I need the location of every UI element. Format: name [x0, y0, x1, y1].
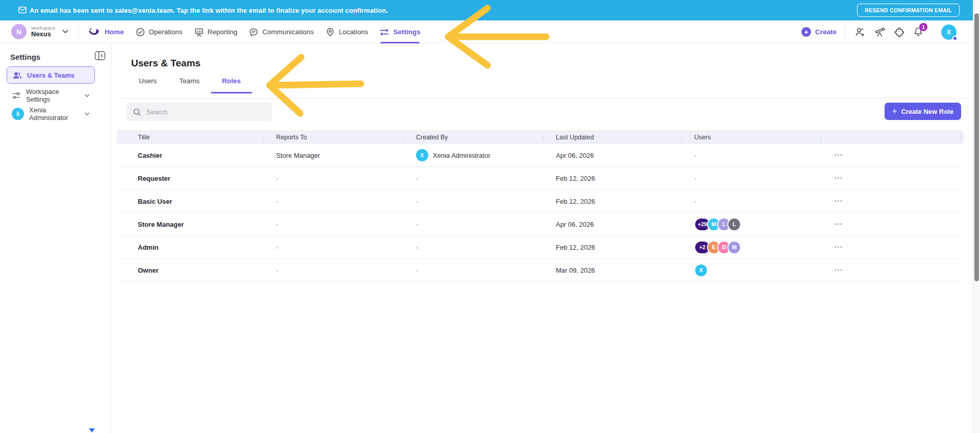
xenia-logo-icon — [88, 27, 101, 37]
table-row[interactable]: Store Manager--Apr 06, 2026+29MLL••• — [116, 213, 964, 236]
created-by-value: - — [416, 198, 418, 205]
table-row[interactable]: Basic User--Feb 12, 2026-••• — [116, 190, 964, 213]
telescope-icon[interactable] — [874, 27, 886, 37]
created-by-value: - — [416, 267, 418, 274]
nav-item-label: Operations — [149, 28, 183, 36]
sidebar-item-users-teams[interactable]: Users & Teams — [7, 66, 95, 84]
created-by-avatar: X — [416, 149, 428, 161]
table-row[interactable]: Requester--Feb 12, 2026-••• — [116, 167, 964, 190]
search-icon — [133, 108, 141, 116]
puzzle-icon[interactable] — [894, 27, 904, 37]
notification-badge: 1 — [919, 23, 927, 31]
sidebar-item-xenia-administrator[interactable]: X Xenia Administrator — [7, 105, 95, 123]
row-actions-ellipsis-icon[interactable]: ••• — [834, 219, 844, 230]
cell-last-updated: Feb 12, 2026 — [543, 244, 681, 251]
reports-to-value: - — [276, 267, 278, 274]
created-by-value: - — [416, 221, 418, 228]
roles-annotation-arrow — [270, 57, 361, 113]
create-new-role-button[interactable]: + Create New Role — [885, 103, 961, 120]
column-header-users[interactable]: Users — [681, 130, 821, 144]
table-row[interactable]: Admin--Feb 12, 2026+2EDM••• — [116, 236, 964, 259]
cell-title: Owner — [116, 267, 263, 274]
cell-actions: ••• — [821, 264, 964, 276]
invite-user-icon[interactable] — [854, 27, 866, 37]
sidebar-item-label: Users & Teams — [27, 71, 75, 79]
search-input[interactable] — [146, 108, 266, 116]
scroll-indicator — [89, 428, 95, 432]
users-empty-value: - — [694, 198, 696, 205]
row-actions-ellipsis-icon[interactable]: ••• — [834, 173, 844, 184]
column-header-title[interactable]: Title — [116, 130, 263, 144]
row-actions-ellipsis-icon[interactable]: ••• — [834, 150, 844, 161]
cell-created-by: - — [403, 198, 543, 205]
sidebar-title: Settings — [10, 53, 40, 61]
page-title: Users & Teams — [131, 58, 201, 69]
settings-sidebar: Settings Users & Teams Workspace Setting… — [0, 43, 111, 433]
nav-item-operations[interactable]: Operations — [135, 20, 183, 43]
workspace-switcher[interactable]: N Workspace Nexus — [11, 24, 68, 39]
nav-item-label: Communications — [262, 28, 314, 36]
last-updated-value: Apr 06, 2026 — [556, 221, 594, 228]
chevron-down-icon — [84, 94, 90, 98]
cell-users: - — [681, 198, 821, 205]
last-updated-value: Feb 12, 2026 — [556, 244, 595, 251]
nav-item-label: Home — [105, 28, 124, 36]
nav-item-label: Settings — [393, 28, 420, 36]
nav-item-reporting[interactable]: Reporting — [194, 20, 238, 43]
last-updated-value: Feb 12, 2026 — [556, 198, 595, 205]
cell-actions: ••• — [821, 196, 964, 207]
create-button[interactable]: + Create — [801, 27, 837, 37]
user-avatar[interactable]: X — [941, 25, 957, 40]
reports-to-value: - — [276, 175, 278, 182]
nav-item-home[interactable]: Home — [88, 20, 124, 43]
cell-reports-to: - — [263, 244, 403, 251]
created-by-value: - — [416, 244, 418, 251]
table-row[interactable]: Owner--Mar 09, 2026X••• — [116, 259, 964, 282]
sidebar-item-workspace-settings[interactable]: Workspace Settings — [7, 87, 95, 104]
nav-item-locations[interactable]: Locations — [325, 20, 369, 43]
cell-last-updated: Feb 12, 2026 — [543, 198, 681, 205]
tab-roles[interactable]: Roles — [222, 77, 241, 93]
chevron-down-icon — [84, 112, 90, 116]
scrollbar-thumb[interactable] — [974, 13, 979, 281]
cell-last-updated: Mar 09, 2026 — [543, 267, 681, 274]
member-avatar: M — [727, 240, 741, 254]
cell-title: Admin — [116, 244, 263, 251]
row-actions-ellipsis-icon[interactable]: ••• — [834, 196, 844, 207]
column-header-reports-to[interactable]: Reports To — [263, 130, 403, 144]
collapse-sidebar-icon[interactable] — [94, 51, 106, 61]
row-actions-ellipsis-icon[interactable]: ••• — [834, 264, 844, 276]
nav-item-settings[interactable]: Settings — [379, 20, 420, 43]
reports-to-value: - — [276, 198, 278, 205]
status-dot — [952, 36, 958, 41]
role-title: Requester — [138, 175, 170, 182]
table-row[interactable]: CashierStore ManagerXXenia Administrator… — [116, 144, 964, 167]
cell-users: - — [681, 152, 821, 159]
cell-title: Basic User — [116, 198, 263, 205]
last-updated-value: Apr 06, 2026 — [556, 152, 594, 159]
tab-users[interactable]: Users — [139, 77, 157, 93]
resend-confirmation-email-button[interactable]: RESEND CONFIRMATION EMAIL — [857, 4, 960, 17]
cell-last-updated: Apr 06, 2026 — [543, 152, 681, 159]
map-pin-icon — [325, 27, 335, 37]
tab-teams[interactable]: Teams — [179, 77, 200, 93]
cell-users: - — [681, 175, 821, 182]
confirmation-banner: An email has been sent to sales@xenia.te… — [0, 0, 980, 20]
created-by-value: - — [416, 175, 418, 182]
cell-title: Requester — [116, 175, 263, 182]
chevron-down-icon — [62, 30, 68, 34]
notifications-bell-icon[interactable]: 1 — [913, 27, 923, 37]
row-actions-ellipsis-icon[interactable]: ••• — [834, 242, 844, 253]
table-body: CashierStore ManagerXXenia Administrator… — [116, 144, 964, 282]
sidebar-item-label: Workspace Settings — [26, 88, 79, 103]
cell-actions: ••• — [821, 219, 964, 230]
sliders-icon — [12, 91, 21, 100]
role-title: Cashier — [138, 152, 162, 159]
nav-item-communications[interactable]: Communications — [249, 20, 314, 43]
chat-bubble-icon — [249, 27, 259, 37]
column-header-last-updated[interactable]: Last Updated — [543, 130, 681, 144]
sidebar-item-label: Xenia Administrator — [29, 106, 79, 122]
sliders-icon — [379, 27, 389, 37]
column-header-created-by[interactable]: Created By — [403, 130, 543, 144]
cell-actions: ••• — [821, 173, 964, 184]
